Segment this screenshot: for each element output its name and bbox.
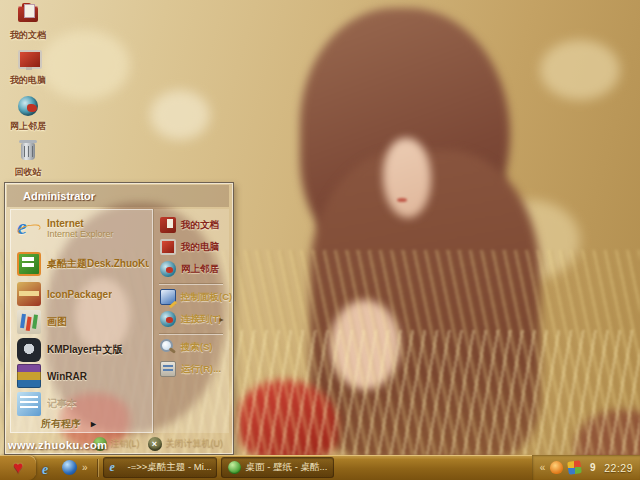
recycle-bin-icon — [15, 140, 41, 164]
quick-launch-bar: e » — [36, 460, 94, 475]
all-programs-button[interactable]: 所有程序 ► — [41, 417, 151, 431]
menu-item-label: 搜索(S) — [181, 341, 213, 354]
all-programs-label: 所有程序 — [41, 417, 81, 431]
connect-to-icon — [160, 311, 176, 327]
menu-item-label: 连接到(T) — [181, 313, 222, 326]
my-computer-icon — [160, 239, 176, 255]
menu-separator — [159, 283, 223, 284]
notepad-icon — [17, 392, 41, 416]
menu-item-internet[interactable]: e Internet Internet Explorer — [17, 216, 149, 240]
desktop-icon-my-documents[interactable]: 我的文档 — [2, 3, 54, 42]
menu-item-label: 我的电脑 — [181, 241, 219, 254]
network-places-icon — [15, 94, 41, 118]
kmplayer-icon — [17, 338, 41, 362]
my-documents-icon — [15, 3, 41, 27]
zhuoku-theme-icon — [17, 252, 41, 276]
menu-item-label: 桌酷主题Desk.ZhuoKu.Com — [47, 257, 149, 271]
menu-item-label: 我的文档 — [181, 219, 219, 232]
girl-lips — [397, 198, 407, 202]
turn-off-label: 关闭计算机(U) — [166, 437, 224, 450]
quick-launch-media-player-icon[interactable] — [62, 460, 77, 475]
menu-item-zhuoku-theme[interactable]: 桌酷主题Desk.ZhuoKu.Com — [17, 252, 149, 276]
start-menu-user-banner: Administrator — [7, 185, 229, 207]
task-button-label: -=>>桌酷主题 - Mi... — [128, 461, 212, 474]
internet-explorer-icon: e — [17, 216, 41, 240]
tray-messenger-icon[interactable] — [550, 461, 563, 474]
menu-item-my-computer[interactable]: 我的电脑 — [160, 239, 226, 255]
menu-item-label: 画图 — [47, 315, 67, 329]
menu-item-label: 运行(R)... — [181, 363, 221, 376]
taskbar: ♥ e » e -=>>桌酷主题 - Mi... 桌面 - 壁纸 - 桌酷...… — [0, 455, 640, 480]
run-icon — [160, 361, 176, 377]
tray-collapse-icon[interactable]: « — [540, 462, 546, 473]
menu-item-label: 记事本 — [47, 397, 77, 411]
system-tray: « 9 22:29 — [532, 455, 640, 480]
menu-separator — [159, 333, 223, 334]
paint-icon — [17, 310, 41, 334]
desktop-screen: 我的文档 我的电脑 网上邻居 回收站 www.zhuoku.com Admini… — [0, 0, 640, 480]
menu-item-iconpackager[interactable]: IconPackager — [17, 282, 149, 306]
desktop-icon-label: 网上邻居 — [2, 120, 54, 133]
my-documents-icon — [160, 217, 176, 233]
menu-item-search[interactable]: 搜索(S) — [160, 339, 226, 355]
menu-item-winrar[interactable]: WinRAR — [17, 364, 149, 388]
menu-item-notepad[interactable]: 记事本 — [17, 392, 149, 416]
tray-ime-icon[interactable]: 9 — [586, 461, 599, 474]
menu-item-connect-to[interactable]: 连接到(T) ► — [160, 311, 226, 327]
desktop-icon-network-places[interactable]: 网上邻居 — [2, 94, 54, 133]
menu-item-label: KMPlayer中文版 — [47, 343, 123, 357]
start-menu-left-column: e Internet Internet Explorer 桌酷主题Desk.Zh… — [10, 209, 153, 433]
tray-windows-update-icon[interactable] — [567, 460, 582, 475]
turn-off-computer-button[interactable]: × 关闭计算机(U) — [148, 437, 224, 451]
network-places-icon — [160, 261, 176, 277]
menu-item-label: WinRAR — [47, 371, 87, 382]
menu-item-label: Internet — [47, 218, 114, 229]
start-heart-icon: ♥ — [13, 459, 23, 476]
menu-item-sublabel: Internet Explorer — [47, 229, 114, 239]
wallpaper-watermark: www.zhuoku.com — [8, 439, 108, 451]
menu-item-kmplayer[interactable]: KMPlayer中文版 — [17, 338, 149, 362]
ie-task-icon: e — [110, 461, 123, 474]
start-menu: Administrator e Internet Internet Explor… — [4, 182, 234, 455]
my-computer-icon — [15, 48, 41, 72]
control-panel-icon — [160, 289, 176, 305]
menu-item-label: IconPackager — [47, 289, 112, 300]
image-viewer-task-icon — [228, 461, 241, 474]
wallpaper-bokeh — [150, 90, 210, 140]
task-button-zhuoku-browser[interactable]: e -=>>桌酷主题 - Mi... — [103, 457, 217, 478]
quick-launch-overflow-icon[interactable]: » — [82, 462, 88, 473]
quick-launch-ie-icon[interactable]: e — [42, 460, 57, 475]
desktop-icon-label: 回收站 — [2, 166, 54, 179]
girl-face — [383, 138, 431, 218]
menu-item-my-documents[interactable]: 我的文档 — [160, 217, 226, 233]
search-icon — [160, 339, 176, 355]
desktop-icon-recycle-bin[interactable]: 回收站 — [2, 140, 54, 179]
menu-item-control-panel[interactable]: 控制面板(C) — [160, 289, 226, 305]
menu-item-paint[interactable]: 画图 — [17, 310, 149, 334]
desktop-icon-label: 我的电脑 — [2, 74, 54, 87]
taskbar-clock[interactable]: 22:29 — [604, 462, 633, 474]
winrar-icon — [17, 364, 41, 388]
turn-off-icon: × — [148, 437, 162, 451]
start-button[interactable]: ♥ — [0, 455, 36, 480]
desktop-icon-label: 我的文档 — [2, 29, 54, 42]
iconpackager-icon — [17, 282, 41, 306]
start-menu-right-column: 我的文档 我的电脑 网上邻居 控制面板(C) 连接到(T) ► — [153, 209, 229, 433]
log-off-label: 注销(L) — [111, 437, 140, 450]
menu-item-label: 控制面板(C) — [181, 291, 232, 304]
menu-item-label: 网上邻居 — [181, 263, 219, 276]
submenu-arrow-icon: ► — [218, 316, 225, 323]
menu-item-network-places[interactable]: 网上邻居 — [160, 261, 226, 277]
task-button-label: 桌面 - 壁纸 - 桌酷... — [246, 461, 328, 474]
wallpaper-bokeh — [540, 40, 620, 100]
all-programs-arrow-icon: ► — [89, 419, 98, 429]
desktop-icon-my-computer[interactable]: 我的电脑 — [2, 48, 54, 87]
menu-item-run[interactable]: 运行(R)... — [160, 361, 226, 377]
taskbar-separator — [97, 459, 98, 477]
task-button-wallpaper-viewer[interactable]: 桌面 - 壁纸 - 桌酷... — [221, 457, 335, 478]
